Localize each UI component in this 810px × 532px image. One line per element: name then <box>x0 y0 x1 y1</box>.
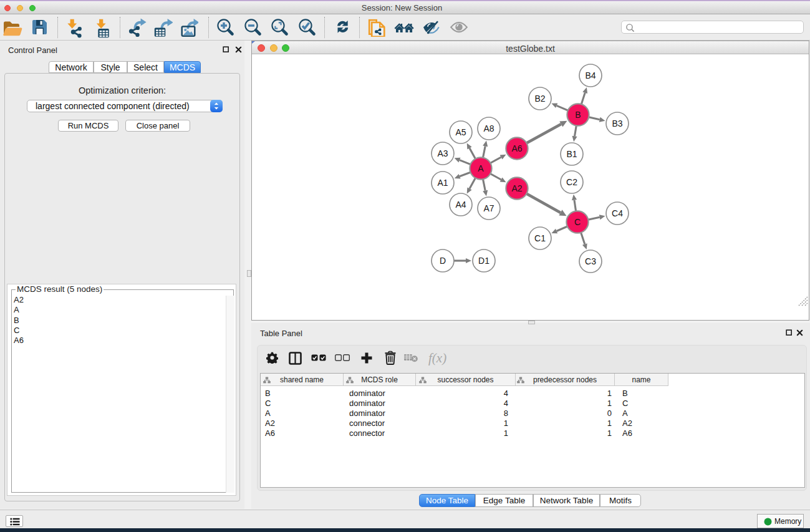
svg-text:A1: A1 <box>437 178 448 188</box>
svg-text:D: D <box>440 256 446 266</box>
svg-text:D1: D1 <box>478 256 489 266</box>
svg-text:C4: C4 <box>612 208 623 218</box>
svg-text:B3: B3 <box>612 118 622 128</box>
svg-text:C2: C2 <box>566 177 577 187</box>
svg-text:A2: A2 <box>511 183 522 193</box>
svg-text:A: A <box>478 163 484 173</box>
svg-text:C3: C3 <box>585 256 596 266</box>
svg-text:A4: A4 <box>455 200 466 210</box>
svg-text:B2: B2 <box>534 94 545 104</box>
svg-text:B4: B4 <box>585 70 595 80</box>
svg-text:B1: B1 <box>566 149 577 159</box>
svg-text:A5: A5 <box>455 127 466 137</box>
svg-text:B: B <box>575 110 581 120</box>
svg-text:A8: A8 <box>483 123 494 133</box>
svg-text:A3: A3 <box>437 148 448 158</box>
svg-text:A6: A6 <box>511 143 522 153</box>
svg-text:A7: A7 <box>483 203 494 213</box>
svg-text:C: C <box>574 217 581 227</box>
svg-text:C1: C1 <box>534 233 546 243</box>
